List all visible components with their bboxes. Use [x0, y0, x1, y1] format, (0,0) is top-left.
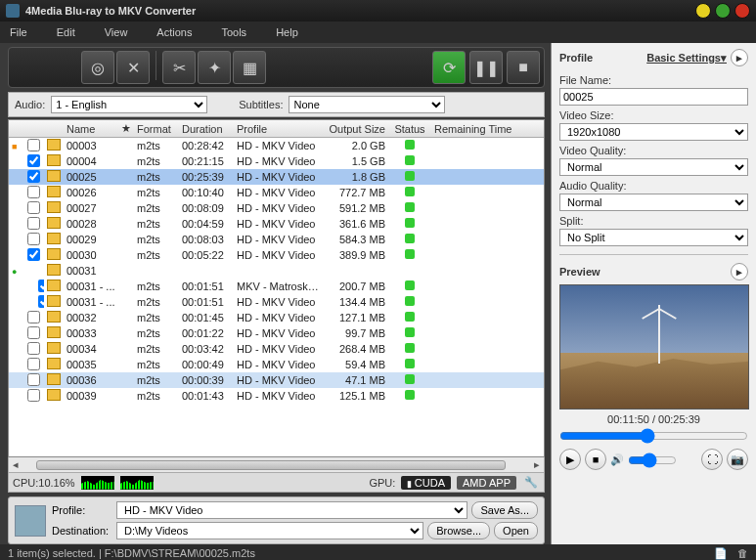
- table-row[interactable]: 00033m2ts00:01:22HD - MKV Video99.7 MB: [9, 325, 544, 341]
- delete-button[interactable]: ✕: [116, 51, 150, 84]
- table-body[interactable]: 00003m2ts00:28:42HD - MKV Video2.0 GB000…: [9, 138, 544, 456]
- subtitle-select[interactable]: None: [289, 96, 445, 113]
- row-checkbox[interactable]: [27, 217, 40, 230]
- merge-button[interactable]: ▦: [233, 51, 266, 84]
- table-row[interactable]: 00003m2ts00:28:42HD - MKV Video2.0 GB: [9, 138, 544, 153]
- menu-tools[interactable]: Tools: [221, 26, 246, 38]
- table-row[interactable]: 00026m2ts00:10:40HD - MKV Video772.7 MB: [9, 185, 544, 200]
- stop-preview-button[interactable]: ■: [585, 449, 606, 470]
- browse-button[interactable]: Browse...: [427, 522, 490, 539]
- row-output-size: 772.7 MB: [326, 187, 388, 198]
- volume-icon[interactable]: 🔊: [610, 453, 624, 466]
- table-row[interactable]: 00027m2ts00:08:09HD - MKV Video591.2 MB: [9, 200, 544, 216]
- save-as-button[interactable]: Save As...: [471, 501, 538, 519]
- menu-edit[interactable]: Edit: [57, 26, 75, 38]
- col-status[interactable]: Status: [388, 123, 431, 135]
- effects-button[interactable]: ✦: [198, 51, 231, 84]
- row-profile: HD - MKV Video: [234, 171, 326, 183]
- table-row[interactable]: 00028m2ts00:04:59HD - MKV Video361.6 MB: [9, 216, 544, 232]
- expand-preview-icon[interactable]: ▸: [731, 263, 748, 280]
- menu-help[interactable]: Help: [276, 26, 298, 38]
- row-checkbox[interactable]: [27, 389, 40, 402]
- expand-profile-icon[interactable]: ▸: [731, 49, 748, 66]
- row-duration: 00:28:42: [179, 140, 234, 151]
- preview-seek-slider[interactable]: [559, 427, 748, 445]
- row-checkbox[interactable]: [27, 373, 40, 386]
- convert-button[interactable]: ⟳: [432, 51, 466, 84]
- menu-actions[interactable]: Actions: [156, 26, 192, 38]
- status-delete-icon[interactable]: 🗑: [737, 547, 748, 559]
- volume-slider[interactable]: [628, 452, 677, 469]
- pause-button[interactable]: ❚❚: [469, 51, 503, 84]
- col-star[interactable]: ★: [118, 122, 134, 135]
- horizontal-scrollbar[interactable]: ◂▸: [8, 457, 545, 473]
- row-checkbox[interactable]: [27, 311, 40, 323]
- clip-button[interactable]: ✂: [162, 51, 196, 84]
- row-checkbox[interactable]: [27, 358, 40, 370]
- minimize-button[interactable]: [695, 3, 711, 19]
- fullscreen-button[interactable]: ⛶: [701, 449, 723, 470]
- row-name: 00031 - ...: [64, 296, 118, 308]
- settings-icon[interactable]: 🔧: [522, 476, 540, 489]
- row-checkbox[interactable]: [27, 233, 40, 245]
- table-row[interactable]: 00030m2ts00:05:22HD - MKV Video389.9 MB: [9, 247, 544, 263]
- filename-input[interactable]: [559, 88, 748, 106]
- table-row[interactable]: 00034m2ts00:03:42HD - MKV Video268.4 MB: [9, 341, 544, 357]
- profile-select[interactable]: HD - MKV Video: [116, 501, 467, 519]
- row-output-size: 1.8 GB: [326, 171, 388, 183]
- table-row[interactable]: 00031 - ...m2ts00:01:51HD - MKV Video134…: [9, 294, 544, 310]
- row-checkbox[interactable]: [27, 186, 40, 198]
- col-format[interactable]: Format: [134, 123, 179, 135]
- videoquality-label: Video Quality:: [559, 145, 748, 156]
- table-row[interactable]: 00032m2ts00:01:45HD - MKV Video127.1 MB: [9, 310, 544, 325]
- col-duration[interactable]: Duration: [179, 123, 234, 135]
- filename-label: File Name:: [559, 74, 748, 86]
- basic-settings-link[interactable]: Basic Settings▾: [646, 52, 727, 65]
- file-icon: [47, 170, 61, 182]
- col-remaining[interactable]: Remaining Time: [431, 123, 519, 135]
- stop-button[interactable]: ■: [507, 51, 540, 84]
- maximize-button[interactable]: [715, 3, 731, 19]
- cpu-gpu-bar: CPU:10.16% GPU: ▮ CUDA AMD APP 🔧: [8, 473, 545, 493]
- audio-select[interactable]: 1 - English: [51, 96, 207, 113]
- snapshot-button[interactable]: 📷: [727, 449, 748, 470]
- table-row[interactable]: 00031: [9, 263, 544, 279]
- preview-viewport[interactable]: [559, 284, 749, 409]
- row-checkbox[interactable]: [27, 170, 40, 183]
- table-row[interactable]: 00004m2ts00:21:15HD - MKV Video1.5 GB: [9, 153, 544, 169]
- play-button[interactable]: ▶: [559, 449, 581, 470]
- table-row[interactable]: 00031 - ...m2ts00:01:51MKV - Matroska Vi…: [9, 279, 544, 294]
- split-select[interactable]: No Split: [559, 229, 748, 246]
- row-checkbox[interactable]: [27, 248, 40, 261]
- menu-file[interactable]: File: [10, 26, 27, 38]
- file-icon: [47, 280, 61, 291]
- status-ready-icon: [405, 202, 415, 212]
- videoquality-select[interactable]: Normal: [559, 158, 748, 176]
- row-checkbox[interactable]: [27, 139, 40, 151]
- title-bar: 4Media Blu-ray to MKV Converter: [0, 0, 756, 22]
- open-button[interactable]: Open: [494, 522, 538, 539]
- audioquality-select[interactable]: Normal: [559, 194, 748, 211]
- table-row[interactable]: 00036m2ts00:00:39HD - MKV Video47.1 MB: [9, 372, 544, 388]
- row-checkbox[interactable]: [27, 342, 40, 355]
- videosize-select[interactable]: 1920x1080: [559, 123, 748, 141]
- row-output-size: 200.7 MB: [326, 280, 388, 292]
- load-disc-button[interactable]: ◎: [81, 51, 114, 84]
- menu-view[interactable]: View: [105, 26, 128, 38]
- status-icon[interactable]: 📄: [714, 547, 728, 560]
- table-row[interactable]: 00025m2ts00:25:39HD - MKV Video1.8 GB: [9, 169, 544, 185]
- status-ready-icon: [405, 249, 415, 259]
- col-output[interactable]: Output Size: [326, 123, 388, 135]
- status-ready-icon: [405, 390, 415, 400]
- row-checkbox[interactable]: [27, 201, 40, 214]
- table-row[interactable]: 00029m2ts00:08:03HD - MKV Video584.3 MB: [9, 232, 544, 247]
- row-profile: HD - MKV Video: [234, 359, 326, 370]
- col-name[interactable]: Name: [64, 123, 118, 135]
- table-row[interactable]: 00039m2ts00:01:43HD - MKV Video125.1 MB: [9, 388, 544, 404]
- table-row[interactable]: 00035m2ts00:00:49HD - MKV Video59.4 MB: [9, 357, 544, 372]
- row-checkbox[interactable]: [27, 154, 40, 167]
- close-button[interactable]: [734, 3, 750, 19]
- destination-select[interactable]: D:\My Videos: [116, 522, 423, 539]
- col-profile[interactable]: Profile: [234, 123, 326, 135]
- row-checkbox[interactable]: [27, 326, 40, 339]
